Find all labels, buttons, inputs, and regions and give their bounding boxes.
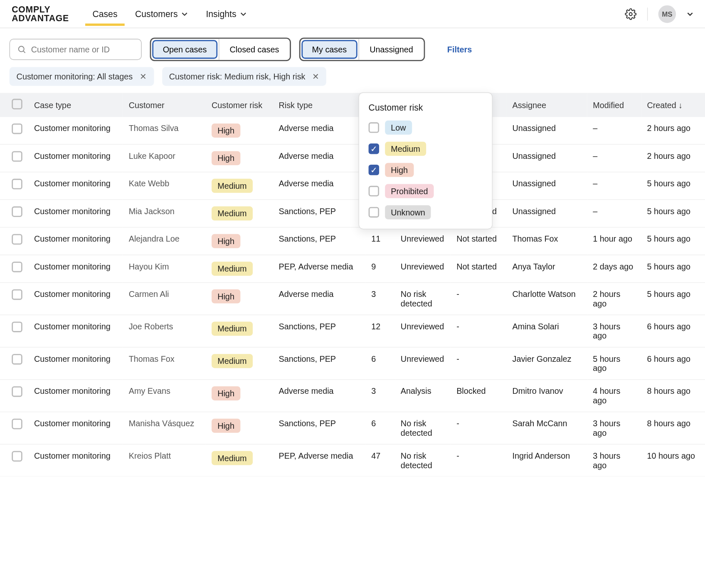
cell-created: 10 hours ago (641, 444, 705, 477)
nav-customers[interactable]: Customers (135, 2, 188, 26)
row-checkbox[interactable] (12, 262, 22, 272)
cell-review: Unreviewed (395, 315, 451, 347)
risk-badge: Medium (212, 179, 253, 193)
col-created[interactable]: Created ↓ (641, 93, 705, 117)
cell-assignee: Unassigned (506, 172, 587, 200)
search-box[interactable] (10, 39, 142, 60)
cell-created: 5 hours ago (641, 282, 705, 315)
cell-customer: Manisha Vásquez (123, 412, 206, 445)
row-checkbox[interactable] (12, 151, 22, 161)
cell-items: 3 (365, 380, 395, 412)
risk-option[interactable]: Low (369, 121, 483, 135)
risk-badge: Medium (212, 206, 253, 220)
row-checkbox[interactable] (12, 386, 22, 397)
table-row[interactable]: Customer monitoring Kate Webb Medium Adv… (0, 172, 705, 200)
cell-stage: - (451, 282, 506, 315)
row-checkbox[interactable] (12, 179, 22, 189)
customer-risk-popover: Customer risk Low ✓ Medium ✓ High Prohib… (359, 92, 493, 229)
chip-stages[interactable]: Customer monitoring: All stages ✕ (10, 67, 154, 86)
nav-cases[interactable]: Cases (92, 2, 117, 26)
close-icon[interactable]: ✕ (140, 72, 147, 82)
risk-badge: High (212, 234, 240, 248)
filters-link[interactable]: Filters (447, 44, 472, 54)
cell-review: No risk detected (395, 444, 451, 477)
cell-created: 6 hours ago (641, 315, 705, 347)
col-customer[interactable]: Customer (123, 93, 206, 117)
table-row[interactable]: Customer monitoring Carmen Ali High Adve… (0, 282, 705, 315)
close-icon[interactable]: ✕ (312, 72, 319, 82)
checkbox[interactable]: ✓ (369, 165, 379, 175)
table-row[interactable]: Customer monitoring Joe Roberts Medium S… (0, 315, 705, 347)
topbar-right: MS (625, 5, 693, 22)
cell-assignee: Charlotte Watson (506, 282, 587, 315)
checkbox[interactable] (369, 186, 379, 196)
risk-badge: High (212, 124, 240, 138)
col-risk-type[interactable]: Risk type (273, 93, 365, 117)
cell-assignee: Amina Solari (506, 315, 587, 347)
row-checkbox[interactable] (12, 206, 22, 217)
seg-my-cases[interactable]: My cases (301, 40, 357, 59)
chevron-down-icon[interactable] (687, 10, 694, 17)
risk-option[interactable]: Unknown (369, 205, 483, 219)
gear-icon[interactable] (625, 8, 636, 20)
table-row[interactable]: Customer monitoring Thomas Silva High Ad… (0, 117, 705, 144)
search-icon (17, 44, 26, 54)
col-customer-risk[interactable]: Customer risk (206, 93, 273, 117)
segment-my-unassigned: My cases Unassigned (299, 37, 425, 61)
row-checkbox[interactable] (12, 451, 22, 462)
cell-assignee: Unassigned (506, 200, 587, 227)
search-input[interactable] (31, 44, 134, 54)
cell-modified: 3 hours ago (587, 315, 641, 347)
risk-option[interactable]: ✓ High (369, 163, 483, 177)
checkbox[interactable]: ✓ (369, 143, 379, 154)
cell-case-type: Customer monitoring (28, 117, 123, 144)
cell-modified: – (587, 172, 641, 200)
seg-open-cases[interactable]: Open cases (152, 40, 217, 59)
row-checkbox[interactable] (12, 289, 22, 300)
svg-point-0 (629, 12, 632, 15)
filter-chips: Customer monitoring: All stages ✕ Custom… (0, 67, 705, 93)
col-case-type[interactable]: Case type (28, 93, 123, 117)
nav-insights[interactable]: Insights (206, 2, 247, 26)
cell-risk: Medium (206, 444, 273, 477)
seg-closed-cases[interactable]: Closed cases (219, 39, 290, 60)
cell-modified: 2 days ago (587, 255, 641, 282)
user-avatar[interactable]: MS (658, 5, 676, 22)
chip-risk[interactable]: Customer risk: Medium risk, High risk ✕ (162, 67, 327, 86)
risk-badge: High (212, 289, 240, 304)
table-row[interactable]: Customer monitoring Luke Kapoor High Adv… (0, 144, 705, 172)
table-row[interactable]: Customer monitoring Hayou Kim Medium PEP… (0, 255, 705, 282)
row-checkbox[interactable] (12, 321, 22, 332)
table-row[interactable]: Customer monitoring Mia Jackson Medium S… (0, 200, 705, 227)
table-row[interactable]: Customer monitoring Amy Evans High Adver… (0, 380, 705, 412)
cell-case-type: Customer monitoring (28, 347, 123, 380)
cell-customer: Joe Roberts (123, 315, 206, 347)
row-checkbox[interactable] (12, 419, 22, 429)
col-modified[interactable]: Modified (587, 93, 641, 117)
cell-risk: High (206, 227, 273, 255)
cell-customer: Thomas Silva (123, 117, 206, 144)
cell-customer: Kate Webb (123, 172, 206, 200)
risk-option[interactable]: ✓ Medium (369, 142, 483, 156)
cell-customer: Mia Jackson (123, 200, 206, 227)
risk-badge: Medium (212, 321, 253, 336)
table-row[interactable]: Customer monitoring Manisha Vásquez High… (0, 412, 705, 445)
checkbox[interactable] (369, 207, 379, 217)
risk-option[interactable]: Prohibited (369, 184, 483, 198)
seg-unassigned[interactable]: Unassigned (358, 39, 424, 60)
row-checkbox[interactable] (12, 354, 22, 364)
checkbox[interactable] (369, 122, 379, 133)
risk-badge: Prohibited (385, 184, 434, 198)
row-checkbox[interactable] (12, 234, 22, 245)
table-row[interactable]: Customer monitoring Thomas Fox Medium Sa… (0, 347, 705, 380)
cell-modified: 1 hour ago (587, 227, 641, 255)
cell-items: 9 (365, 255, 395, 282)
table-row[interactable]: Customer monitoring Alejandra Loe High S… (0, 227, 705, 255)
select-all-checkbox[interactable] (12, 99, 22, 109)
cases-table: Case type Customer Customer risk Risk ty… (0, 93, 705, 477)
row-checkbox[interactable] (12, 124, 22, 134)
table-row[interactable]: Customer monitoring Kreios Platt Medium … (0, 444, 705, 477)
cell-risk-type: Adverse media (273, 282, 365, 315)
cell-customer: Amy Evans (123, 380, 206, 412)
col-assignee[interactable]: Assignee (506, 93, 587, 117)
